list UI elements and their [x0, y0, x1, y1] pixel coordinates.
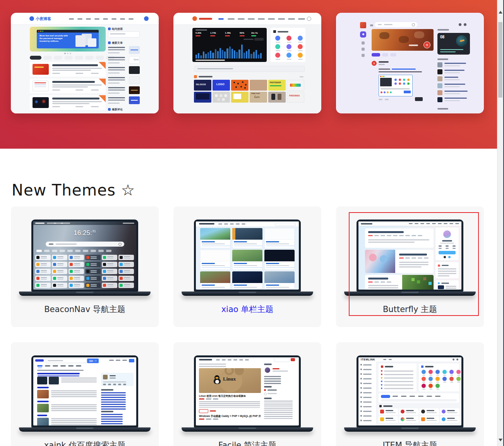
- decorative-shape: [232, 271, 262, 290]
- resource-grid[interactable]: 50LOGOS LOGO PHOTOSHOP: [194, 80, 306, 104]
- decorative-shape: [232, 228, 262, 248]
- nav-search-bar[interactable]: [46, 242, 124, 247]
- preview-card-xiaoye-blog[interactable]: 小夜博客 Move fast and securely with the pas…: [11, 13, 159, 113]
- theme-card-xaink[interactable]: 搜索一下: [11, 342, 159, 446]
- decorative-shape: [246, 51, 247, 58]
- post-actions[interactable]: [379, 99, 382, 100]
- facile-tag: [210, 410, 216, 412]
- post-embed-screenshot[interactable]: [379, 75, 413, 96]
- decorative-shape: [200, 271, 230, 290]
- post-avatar[interactable]: π: [372, 61, 377, 66]
- forum-tab-active[interactable]: [372, 53, 380, 57]
- forum-avatar[interactable]: [360, 22, 366, 28]
- article-row[interactable]: [30, 95, 106, 110]
- decorative-shape: [243, 53, 245, 58]
- decorative-shape: [233, 82, 235, 83]
- decorative-shape: [108, 93, 120, 94]
- carousel-dots[interactable]: [64, 53, 66, 54]
- app-icons-row[interactable]: [275, 53, 280, 58]
- decorative-shape: [129, 66, 140, 74]
- item-sidebar[interactable]: [358, 362, 377, 425]
- recent-item[interactable]: [108, 76, 140, 86]
- post-link[interactable]: [392, 69, 416, 70]
- recent-comments-links[interactable]: [101, 414, 123, 415]
- xaink-tabs[interactable]: [37, 365, 43, 367]
- theme-card-xiao[interactable]: xiao 单栏主题: [173, 206, 321, 327]
- facile-search-button[interactable]: [291, 358, 295, 361]
- decorative-shape: [381, 365, 383, 368]
- hot-articles-links[interactable]: [101, 392, 126, 393]
- facile-readmore[interactable]: [199, 409, 208, 413]
- recent-item[interactable]: [108, 96, 140, 106]
- decorative-shape: [268, 92, 286, 103]
- decorative-shape: [264, 271, 295, 283]
- hot-topics-list[interactable]: [437, 62, 471, 106]
- scroll-down-arrow[interactable]: [499, 439, 502, 441]
- item-site-grid[interactable]: [379, 408, 460, 424]
- decorative-shape: [33, 64, 49, 75]
- facile-post1-title[interactable]: Linux 使用 cron 每天定时执行命令或脚本: [199, 395, 261, 398]
- xaink-login-button[interactable]: [129, 359, 134, 362]
- xaink-results[interactable]: [37, 373, 97, 425]
- menu-icon[interactable]: [370, 24, 373, 26]
- page-scrollbar[interactable]: [497, 0, 503, 446]
- theme-card-beaconnav[interactable]: 16:25:31 BeaconNav 导航主题: [11, 206, 159, 327]
- decorative-shape: [427, 410, 434, 411]
- search-input[interactable]: [108, 31, 140, 38]
- preview-card-forum[interactable]: π π: [336, 13, 484, 113]
- theme-card-butterfly[interactable]: Butterfly 主题: [336, 206, 484, 327]
- app-icons-row[interactable]: [275, 44, 280, 49]
- reply-button[interactable]: [415, 97, 423, 101]
- item-tools-card[interactable]: [419, 364, 459, 391]
- item-hot-card: [379, 364, 417, 391]
- theme-title-xaink[interactable]: xaink 仿百度搜索主题: [11, 440, 159, 446]
- xiao-post-grid[interactable]: [200, 228, 297, 290]
- bulb-icon[interactable]: [464, 23, 466, 26]
- decorative-shape: [199, 223, 214, 225]
- app-icons-row[interactable]: [275, 36, 280, 41]
- nav-category-tabs[interactable]: [36, 250, 42, 252]
- theme-title-xiao[interactable]: xiao 单栏主题: [173, 304, 321, 315]
- decorative-shape: [34, 82, 46, 83]
- decorative-shape: [447, 412, 457, 413]
- theme-card-item[interactable]: ITEMLINK: [336, 342, 484, 446]
- xaink-search-button[interactable]: 搜索一下: [87, 359, 99, 363]
- decorative-shape: [37, 377, 47, 384]
- article-row[interactable]: [30, 62, 106, 77]
- article-row[interactable]: [30, 79, 106, 93]
- filter-pills[interactable]: [43, 56, 52, 60]
- scrollbar-thumb[interactable]: [498, 22, 502, 98]
- filter-pill-active[interactable]: [30, 56, 41, 60]
- xaink-search-input[interactable]: [46, 359, 87, 363]
- theme-title-facile[interactable]: Facile 简洁主题: [173, 440, 321, 446]
- nav-clock: 16:25:31: [33, 229, 136, 237]
- bell-icon[interactable]: [459, 23, 461, 26]
- recent-item[interactable]: [108, 86, 140, 96]
- recent-item[interactable]: [108, 46, 140, 55]
- daily-quote-card[interactable]: 08: [437, 33, 470, 55]
- recent-item[interactable]: TEVIN: [108, 56, 140, 65]
- facile-search-input[interactable]: [274, 358, 290, 362]
- decorative-shape: [37, 404, 49, 412]
- preview-card-design-nav[interactable]: 5.20k 1.74k 1.46k 50% 2m 4s: [173, 13, 321, 113]
- forum-tabs[interactable]: [382, 53, 388, 57]
- decorative-shape: [264, 228, 295, 248]
- recent-item[interactable]: [108, 66, 140, 75]
- theme-card-facile[interactable]: Linux Linux 使用 cron 每天定时执行命令或脚本 Windows …: [173, 342, 321, 446]
- xiao-search-input[interactable]: [275, 223, 296, 226]
- forum-search[interactable]: [375, 22, 417, 27]
- scroll-up-arrow[interactable]: [499, 11, 502, 14]
- search-icon[interactable]: [307, 17, 311, 21]
- facile-post2-title[interactable]: Windows 手动搭建 Caddy + PHP + MySQL 的 PHP 开…: [199, 415, 261, 418]
- nav-link-tiles[interactable]: [35, 255, 135, 288]
- decorative-shape: [422, 384, 440, 388]
- theme-title-beaconnav[interactable]: BeaconNav 导航主题: [11, 304, 159, 315]
- decorative-shape: [35, 255, 51, 260]
- stat-value: 1.74k: [210, 32, 216, 34]
- design-search-bar[interactable]: [194, 66, 305, 72]
- rail-icons[interactable]: [362, 41, 365, 45]
- theme-title-item[interactable]: ITEM 导航主题: [336, 440, 484, 446]
- item-search-card[interactable]: [379, 393, 459, 403]
- decorative-shape: [238, 50, 240, 58]
- item-topbar-icons[interactable]: [456, 359, 458, 360]
